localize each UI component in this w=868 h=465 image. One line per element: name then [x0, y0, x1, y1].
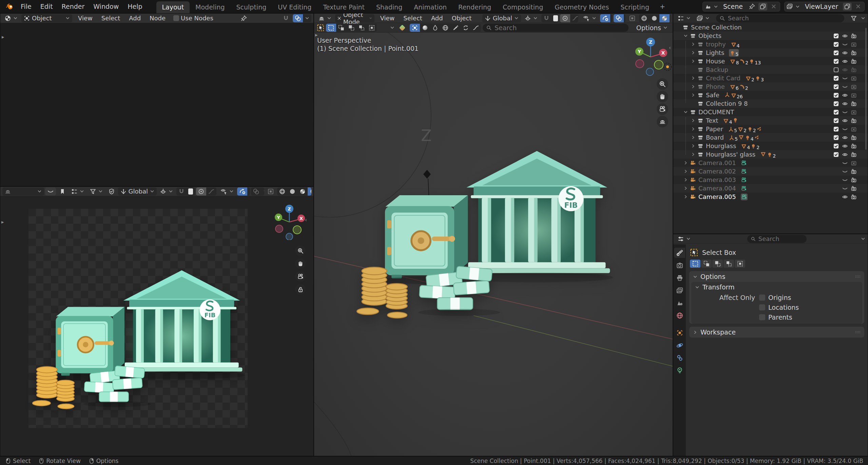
menu-node[interactable]: Node	[145, 13, 170, 23]
sidebar-collapse-arrow[interactable]: ‹	[669, 45, 671, 50]
outliner-row[interactable]: Credit Card23	[673, 74, 868, 82]
snap-with-icon[interactable]	[187, 187, 195, 196]
cam-toggle[interactable]	[849, 118, 858, 124]
gizmos-toggle[interactable]	[237, 187, 247, 196]
tab-output[interactable]	[674, 273, 685, 283]
checkbox-parents[interactable]	[759, 314, 765, 320]
brush-toggle[interactable]	[450, 24, 461, 32]
camera-view-button[interactable]	[657, 103, 668, 115]
outliner-row[interactable]: Camera.005	[673, 193, 868, 201]
eye-closed-toggle[interactable]	[841, 185, 849, 191]
cam-toggle[interactable]	[849, 58, 858, 64]
check-toggle[interactable]	[832, 135, 841, 141]
snap-world-toggle[interactable]	[440, 24, 450, 32]
outliner-row[interactable]: Camera.003	[673, 176, 868, 184]
chevron-down-icon[interactable]	[861, 236, 866, 241]
menu-object[interactable]: Object	[447, 13, 476, 23]
select-mode-invert[interactable]	[724, 260, 734, 268]
eye-toggle[interactable]	[841, 92, 849, 98]
new-scene-button[interactable]	[758, 3, 767, 11]
expand-arrow[interactable]	[683, 186, 689, 191]
expand-arrow[interactable]	[683, 194, 689, 199]
workspace-tab-geometry-nodes[interactable]: Geometry Nodes	[549, 1, 615, 13]
outliner-scrollbar[interactable]	[865, 28, 867, 150]
workspace-panel-header[interactable]: Workspace	[689, 327, 864, 338]
proportional-editing-toggle[interactable]	[560, 14, 570, 22]
falloff-icon[interactable]	[570, 14, 579, 22]
expand-arrow[interactable]	[690, 135, 696, 140]
outliner-row[interactable]: Backup	[673, 65, 868, 74]
shading-solid-button[interactable]	[287, 187, 297, 196]
workspace-tab-layout[interactable]: Layout	[156, 1, 190, 13]
check-toggle[interactable]	[832, 75, 841, 81]
sidebar-collapse-arrow[interactable]: ‹	[305, 218, 307, 223]
workspace-tab-scripting[interactable]: Scripting	[615, 1, 655, 13]
eye-closed-toggle[interactable]	[841, 41, 849, 47]
pin-icon[interactable]	[238, 14, 249, 22]
close-scene-icon[interactable]	[769, 3, 778, 11]
cam-off-toggle[interactable]	[849, 75, 858, 81]
outliner-scope-dropdown[interactable]	[694, 14, 712, 22]
check-toggle[interactable]	[832, 143, 841, 149]
pan-hand-button[interactable]	[295, 258, 306, 269]
menu-edit[interactable]: Edit	[36, 1, 57, 12]
chevron-down-icon[interactable]	[861, 16, 866, 21]
menu-add[interactable]: Add	[427, 13, 447, 23]
workspace-tab-rendering[interactable]: Rendering	[452, 1, 497, 13]
overlays-toggle[interactable]	[614, 14, 624, 22]
eye-closed-toggle[interactable]	[841, 109, 849, 115]
snap-droplet-toggle[interactable]	[430, 24, 440, 32]
select-mode-subtract[interactable]	[346, 24, 356, 32]
overlays-dropdown[interactable]	[303, 14, 311, 22]
gizmos-toggle[interactable]	[600, 14, 610, 22]
expand-arrow[interactable]	[690, 152, 696, 157]
outliner-row[interactable]: Lights5	[673, 48, 868, 57]
outliner-row[interactable]: Paper522	[673, 125, 868, 133]
scene-selector[interactable]: Scene	[702, 2, 780, 12]
navigation-gizmo[interactable]: Z Y X	[270, 203, 307, 240]
expand-arrow[interactable]	[690, 84, 696, 89]
eye-closed-toggle[interactable]	[841, 84, 849, 90]
workspace-tab-sculpting[interactable]: Sculpting	[231, 1, 272, 13]
outliner-search[interactable]	[716, 14, 844, 22]
select-mode-subtract[interactable]	[712, 260, 723, 268]
expand-arrow[interactable]	[690, 76, 696, 81]
overlays-toggle[interactable]	[251, 187, 261, 196]
eye-closed-toggle[interactable]	[841, 126, 849, 132]
outliner-row[interactable]: Scene Collection	[673, 23, 868, 32]
tool-search[interactable]	[483, 24, 629, 32]
shield-check-icon[interactable]	[106, 187, 117, 196]
expand-arrow[interactable]	[683, 177, 689, 182]
tab-view-layer[interactable]	[674, 285, 685, 296]
blender-logo-icon[interactable]	[3, 2, 16, 11]
cam-off-toggle[interactable]	[849, 41, 858, 47]
transform-subpanel-header[interactable]: Transform	[691, 282, 862, 292]
tab-render[interactable]	[674, 260, 685, 270]
eye-toggle[interactable]	[841, 33, 849, 39]
proportional-editing-toggle[interactable]	[196, 187, 206, 196]
menu-help[interactable]: Help	[123, 1, 147, 12]
menu-view[interactable]: View	[74, 13, 97, 23]
select-mode-extend[interactable]	[336, 24, 346, 32]
check-toggle[interactable]	[832, 50, 841, 56]
check-toggle[interactable]	[832, 109, 841, 115]
xray-toggle[interactable]	[265, 187, 276, 196]
check-toggle[interactable]	[832, 33, 841, 39]
outliner-row[interactable]: DOCUMENT	[673, 108, 868, 116]
select-mode-extend[interactable]	[701, 260, 712, 268]
expand-arrow[interactable]	[690, 118, 696, 123]
cam-toggle[interactable]	[849, 143, 858, 149]
expand-arrow[interactable]	[690, 42, 696, 47]
eye-closed-icon[interactable]	[45, 187, 56, 196]
shading-material-button[interactable]	[659, 14, 670, 22]
editor-type-button[interactable]	[675, 235, 693, 243]
cam-off-toggle[interactable]	[849, 109, 858, 115]
bookmark-icon[interactable]	[57, 187, 68, 196]
snap-target-dropdown[interactable]	[522, 14, 540, 22]
outliner-row[interactable]: Objects	[673, 32, 868, 40]
eye-toggle[interactable]	[841, 151, 849, 158]
editor-type-button[interactable]	[2, 187, 44, 196]
render-preview-canvas[interactable]: Z Y X ‹ ▸	[0, 197, 313, 456]
zoom-button[interactable]	[657, 78, 668, 90]
workspace-tab-compositing[interactable]: Compositing	[497, 1, 549, 13]
